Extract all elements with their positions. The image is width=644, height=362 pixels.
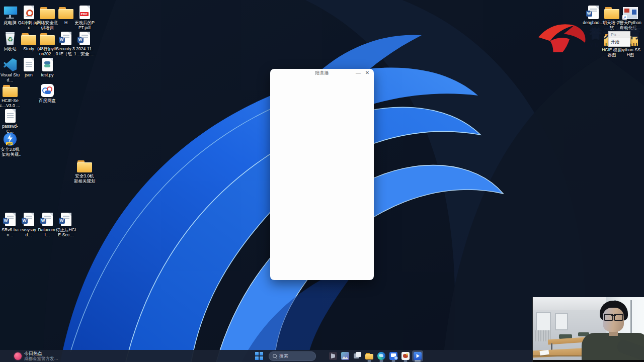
close-button[interactable]: ✕ <box>363 69 372 76</box>
taskbar-app-remote-meeting[interactable] <box>388 350 399 361</box>
desktop-icon-python-48-folder[interactable]: (48行)python202… <box>38 30 56 56</box>
taskbar-app-edge[interactable] <box>376 350 387 361</box>
q4-pptx-icon <box>20 4 38 19</box>
desktop-icon-test-py[interactable]: test.py <box>38 56 56 77</box>
hutianpei-folder-icon <box>603 4 621 19</box>
changed-ppt-pdf-icon: PDF <box>75 4 94 19</box>
running-indicator <box>368 360 371 361</box>
security-training-folder-icon <box>38 4 56 19</box>
desktop-icon-security-plan-folder[interactable]: 安全3.0机架相关规划 <box>75 157 94 184</box>
webcam-wall-board <box>536 312 551 331</box>
search-icon <box>273 354 277 358</box>
desktop-icon-visual-studio-code[interactable]: Visual Stud… <box>1 56 19 82</box>
taskbar-app-photos[interactable] <box>340 350 351 361</box>
this-pc-icon <box>1 4 19 19</box>
person-glasses <box>604 314 624 319</box>
running-indicator <box>415 360 421 361</box>
webcam-wall-board <box>555 313 568 330</box>
study-folder-icon <box>20 30 38 45</box>
desktop-icon-json-file[interactable]: json <box>20 56 38 77</box>
desktop-icon-security-zip[interactable]: ZIP 安全3.0机架相关规划.zip <box>1 131 19 157</box>
search-label: 搜索 <box>279 353 288 359</box>
desktop-icon-hcie-sec-folder[interactable]: HCIE-Sec…V3.0 设备… <box>1 82 19 108</box>
desktop-icon-security-training-folder[interactable]: 网络安全意识培训 <box>38 4 56 30</box>
security-zip-icon: ZIP <box>1 131 19 146</box>
minimize-button[interactable]: — <box>354 69 363 76</box>
taskbar-app-file-explorer[interactable] <box>364 350 375 361</box>
news-hotspot-icon <box>14 352 22 360</box>
taskbar-app-paint-app[interactable] <box>400 350 411 361</box>
desktop-icon-label: 安全3.0机架相关规划 <box>73 173 96 184</box>
webcam-bottom-bar <box>533 360 644 362</box>
2024-11-docx-icon: W <box>75 30 94 45</box>
start-button[interactable] <box>255 351 264 361</box>
drag-tooltip: Po… 开始 <box>608 31 630 47</box>
desktop-icon-recycle-bin[interactable]: ♻ 回收站 <box>1 30 19 51</box>
visual-studio-code-icon <box>1 56 19 71</box>
webcam-overlay <box>532 297 644 362</box>
running-indicator <box>404 360 408 361</box>
h-folder-icon <box>57 4 75 19</box>
desktop-icon-srv6-doc[interactable]: W SRv6-tran… <box>1 211 19 237</box>
desktop-icon-baidu-netdisk[interactable]: 百度网盘 <box>38 82 56 103</box>
taskbar-app-row <box>327 350 424 361</box>
desktop-icon-label: 订正后HCIE-Sec… <box>55 227 77 237</box>
webcam-desk-edge <box>532 355 584 356</box>
desktop-icon-passwd-file[interactable]: passwd-C… <box>1 108 19 134</box>
desktop-icon-this-pc[interactable]: 此电脑 <box>1 4 19 25</box>
test-py-icon <box>38 56 56 71</box>
news-subtitle: 成都金堂警方发… <box>24 356 58 361</box>
recycle-bin-icon: ♻ <box>1 30 19 45</box>
baidu-netdisk-icon <box>38 82 56 97</box>
desktop-icon-study-folder[interactable]: Study <box>20 30 38 51</box>
srv6-doc-icon: W <box>1 211 19 226</box>
revised-hcie-doc-icon: W <box>57 211 75 226</box>
running-indicator <box>392 360 395 361</box>
taskbar-app-capcut[interactable] <box>328 350 339 361</box>
security3-doc-icon: W <box>57 30 75 45</box>
taskbar-app-live-studio[interactable] <box>412 350 423 361</box>
easysay-doc-icon: W <box>20 211 38 226</box>
yutian-ribbon-icon <box>535 21 588 52</box>
desktop-icon-datacom-doc[interactable]: W Datacom-I… <box>38 211 56 237</box>
desktop-icon-label: 安全3.0机架相关规划.zip <box>0 147 21 157</box>
webcam-person <box>578 301 644 362</box>
news-title: 今日热点 <box>24 351 58 356</box>
taskbar-center: 搜索 <box>255 350 424 362</box>
json-file-icon <box>20 56 38 71</box>
desktop-icon-2024-11-docx[interactable]: W 2024-11-1…安全.docx <box>75 30 94 56</box>
taskbar-app-task-view[interactable] <box>352 350 363 361</box>
desktop-icon-label: test.py <box>36 72 58 77</box>
desktop-icon-label: HCIE-Sec…V3.0 设备… <box>0 98 21 108</box>
desktop-screen: { "colors": { "bloom_bright": "#3b86f2",… <box>0 0 644 362</box>
search-box[interactable]: 搜索 <box>269 351 316 361</box>
tooltip-label: 开始 <box>608 38 630 47</box>
hcie-sec-folder-icon <box>1 82 19 97</box>
passwd-file-icon <box>1 108 19 123</box>
desktop-icon-label: 更改后的PPT.pdf <box>73 20 96 30</box>
desktop-icon-security3-doc[interactable]: W Security 3.0 IE（笔试Y… <box>57 30 75 56</box>
dengbao-doc-icon: W <box>584 4 602 19</box>
security-plan-folder-icon <box>75 157 94 172</box>
desktop-icon-q4-pptx[interactable]: Q4冲刺.pptx <box>20 4 38 30</box>
desktop-icon-changed-ppt-pdf[interactable]: PDF 更改后的PPT.pdf <box>75 4 94 30</box>
window-titlebar[interactable]: 陪直播 — ✕ <box>270 69 374 77</box>
datacom-doc-icon: W <box>38 211 56 226</box>
news-widget[interactable]: 今日热点 成都金堂警方发… <box>14 351 58 361</box>
python-48-folder-icon <box>38 30 56 45</box>
desktop-icon-h-folder[interactable]: H <box>57 4 75 25</box>
desktop-icon-label: 2024-11-1…安全.docx <box>73 46 96 56</box>
desktop-icon-revised-hcie-doc[interactable]: W 订正后HCIE-Sec… <box>57 211 75 237</box>
live-assistant-window: 陪直播 — ✕ <box>270 69 374 280</box>
tooltip-top-line: Po… <box>608 31 630 38</box>
yutian-python-shortcut-icon: ↗ <box>621 4 639 19</box>
running-indicator <box>380 360 383 361</box>
desktop-icon-easysay-doc[interactable]: W easysay.d… <box>20 211 38 237</box>
desktop-icon-label: 百度网盘 <box>36 98 58 103</box>
